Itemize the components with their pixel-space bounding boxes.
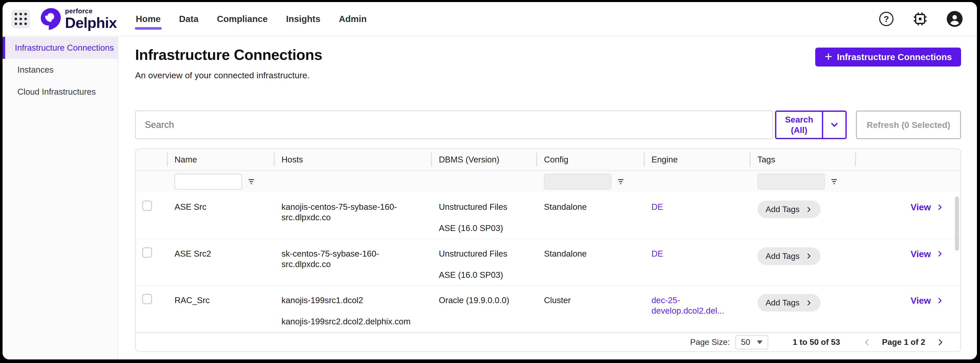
cell-name: ASE Src [167,193,274,217]
engine-link[interactable]: DE [651,202,663,212]
table-header-row: NameHostsDBMS (Version)ConfigEngineTags [135,149,961,171]
vertical-scrollbar[interactable] [955,196,959,251]
nav-item-insights[interactable]: Insights [286,2,320,36]
table-filter-row [135,171,961,193]
cell-dbms: Unstructured FilesASE (16.0 SP03) [431,239,536,285]
page-size-label: Page Size: [690,338,730,347]
chevron-right-icon [936,203,943,211]
brand-company: perforce [65,7,117,15]
table-row: ASE Src2 sk-centos-75-sybase-160-src.dlp… [135,239,961,286]
table-body: ASE Src kanojis-centos-75-sybase-160-src… [135,193,961,333]
cell-dbms: Unstructured FilesASE (16.0 SP03) [431,193,536,239]
filter-icon[interactable] [830,178,838,186]
engine-link[interactable]: dec-25-develop.dcol2.del... [651,296,724,315]
engine-chip-icon[interactable] [912,11,928,27]
previous-page-icon[interactable] [862,338,871,347]
cell-hosts: sk-centos-75-sybase-160-src.dlpxdc.co [274,239,431,275]
tags-filter-input [757,174,825,189]
config-filter-input [544,174,611,189]
page-subtitle: An overview of your connected infrastruc… [135,70,322,80]
view-link[interactable]: View [911,248,943,260]
main-content: Infrastructure Connections An overview o… [118,36,977,360]
cell-config: Cluster [536,286,644,310]
add-infrastructure-connection-button[interactable]: + Infrastructure Connections [815,48,961,67]
chevron-right-icon [936,250,943,258]
caret-down-icon [757,341,762,344]
nav-item-compliance[interactable]: Compliance [217,2,268,36]
cell-hosts: kanojis-centos-75-sybase-160-src.dlpxdc.… [274,193,431,228]
cell-name: RAC_Src [167,286,274,310]
brand-product: Delphix [65,15,117,31]
user-avatar-icon[interactable] [947,11,963,27]
chevron-right-icon [805,253,812,260]
pagination-page-label: Page 1 of 2 [882,338,925,347]
table-row: RAC_Src kanojis-199src1.dcol2kanojis-199… [135,286,961,333]
chevron-right-icon [805,299,812,306]
filter-icon[interactable] [247,178,255,186]
name-filter-input[interactable] [175,174,242,189]
pagination-range: 1 to 50 of 53 [793,338,840,347]
column-header-dbms-version-: DBMS (Version) [431,155,536,164]
cell-config: Standalone [536,193,644,217]
filter-icon[interactable] [617,178,625,186]
cell-config: Standalone [536,239,644,264]
connections-table: NameHostsDBMS (Version)ConfigEngineTags [135,148,961,352]
primary-nav: HomeDataComplianceInsightsAdmin [136,2,367,36]
row-checkbox[interactable] [142,247,152,258]
next-page-icon[interactable] [936,338,945,347]
column-header-tags: Tags [750,155,855,164]
chevron-right-icon [805,206,812,213]
cell-dbms: Oracle (19.9.0.0.0) [431,286,536,310]
chevron-right-icon [936,297,943,304]
column-header-name: Name [167,155,274,164]
add-tags-button[interactable]: Add Tags [757,201,821,218]
nav-item-admin[interactable]: Admin [339,2,367,36]
sidebar-item-instances[interactable]: Instances [3,59,118,81]
column-header-config: Config [536,155,644,164]
search-options-dropdown-button[interactable] [822,112,845,138]
page-size-select[interactable]: 50 [735,335,768,349]
page-title: Infrastructure Connections [135,46,322,63]
search-toolbar: Search (All) Refresh (0 Selected) [135,110,961,139]
table-pagination: Page Size: 50 1 to 50 of 53 Page 1 of 2 [135,333,961,352]
add-tags-button[interactable]: Add Tags [757,294,821,312]
column-header-engine: Engine [644,155,750,164]
nav-item-home[interactable]: Home [136,2,161,36]
search-split-button: Search (All) [775,110,847,139]
column-header-hosts: Hosts [274,155,431,164]
help-icon[interactable]: ? [879,12,894,26]
row-checkbox[interactable] [142,294,152,304]
app-grid-icon[interactable] [11,10,30,29]
top-bar: perforce Delphix HomeDataComplianceInsig… [3,2,977,36]
nav-item-data[interactable]: Data [179,2,199,36]
sidebar-item-infrastructure-connections[interactable]: Infrastructure Connections [3,37,118,59]
search-input[interactable] [135,110,773,139]
topbar-actions: ? [879,11,963,27]
sidebar-item-cloud-infrastructures[interactable]: Cloud Infrastructures [3,81,118,103]
brand-logo: perforce Delphix [39,7,117,31]
view-link[interactable]: View [911,295,943,306]
search-all-button[interactable]: Search (All) [776,112,822,138]
sidebar: Infrastructure ConnectionsInstancesCloud… [3,36,118,360]
engine-link[interactable]: DE [651,249,663,258]
delphix-logo-icon [39,7,62,31]
row-checkbox[interactable] [142,201,152,211]
cell-name: ASE Src2 [167,239,274,264]
refresh-button[interactable]: Refresh (0 Selected) [856,110,961,139]
add-tags-button[interactable]: Add Tags [757,247,821,265]
chevron-down-icon [829,120,840,130]
cell-hosts: kanojis-199src1.dcol2kanojis-199src2.dco… [274,286,431,332]
table-row: ASE Src kanojis-centos-75-sybase-160-src… [135,193,961,239]
app-window: perforce Delphix HomeDataComplianceInsig… [3,2,977,360]
view-link[interactable]: View [911,202,943,213]
